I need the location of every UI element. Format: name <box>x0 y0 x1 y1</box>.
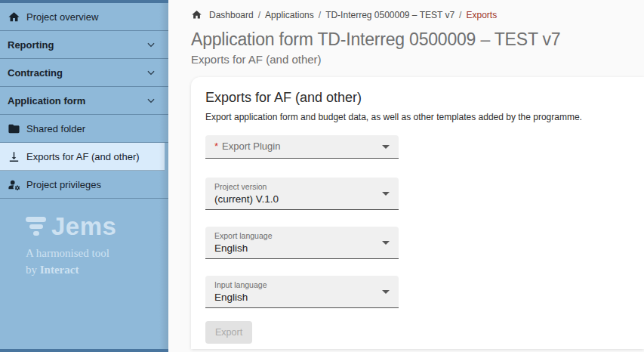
main-content: Dashboard / Applications / TD-Interreg 0… <box>168 0 644 352</box>
home-icon <box>8 11 20 23</box>
chevron-down-icon <box>146 95 156 106</box>
brand-tagline: A harmonised tool by Interact <box>26 245 168 279</box>
dropdown-caret-icon <box>382 192 390 196</box>
home-icon[interactable] <box>191 9 202 20</box>
download-icon <box>8 150 20 163</box>
required-asterisk: * <box>214 140 218 152</box>
select-label: Input language <box>214 280 390 290</box>
sidebar-top-edge <box>0 0 168 3</box>
select-value: (current) V.1.0 <box>214 193 390 205</box>
sidebar: Project overview Reporting Contracting A… <box>0 0 168 352</box>
select-label: Export Plugin <box>222 140 280 152</box>
sidebar-nav: Project overview Reporting Contracting A… <box>0 0 168 199</box>
sidebar-item-label: Contracting <box>8 67 146 79</box>
sidebar-item-project-overview[interactable]: Project overview <box>0 3 168 31</box>
sidebar-item-label: Exports for AF (and other) <box>26 151 157 162</box>
page-title: Application form TD-Interreg 0500009 – T… <box>191 29 644 51</box>
sidebar-item-label: Project overview <box>26 11 161 23</box>
export-plugin-select[interactable]: * Export Plugin <box>205 135 399 159</box>
manage-accounts-icon <box>8 178 20 191</box>
select-label: Project version <box>214 182 390 192</box>
sidebar-item-shared-folder[interactable]: Shared folder <box>0 115 168 143</box>
sidebar-item-label: Reporting <box>8 39 146 51</box>
export-button[interactable]: Export <box>205 321 252 344</box>
breadcrumb-exports[interactable]: Exports <box>466 10 497 20</box>
sidebar-item-reporting[interactable]: Reporting <box>0 31 168 59</box>
jems-logo: Jems A harmonised tool by Interact <box>0 214 168 279</box>
sidebar-item-application-form[interactable]: Application form <box>0 87 168 115</box>
select-value: English <box>214 292 390 303</box>
export-language-select[interactable]: Export language English <box>205 227 399 259</box>
page-subtitle: Exports for AF (and other) <box>191 53 644 66</box>
dropdown-caret-icon <box>382 290 390 294</box>
dropdown-caret-icon <box>382 145 390 149</box>
sidebar-item-project-privileges[interactable]: Project privileges <box>0 171 168 199</box>
sidebar-item-label: Shared folder <box>26 123 161 134</box>
card-description: Export application form and budget data,… <box>205 112 626 122</box>
project-version-select[interactable]: Project version (current) V.1.0 <box>205 178 399 210</box>
chevron-down-icon <box>146 39 156 50</box>
breadcrumb: Dashboard / Applications / TD-Interreg 0… <box>191 8 644 21</box>
breadcrumb-separator: / <box>258 10 260 20</box>
exports-card: Exports for AF (and other) Export applic… <box>191 77 644 349</box>
brand-name: Jems <box>51 214 116 239</box>
sidebar-item-label: Application form <box>8 95 146 107</box>
breadcrumb-project[interactable]: TD-Interreg 0500009 – TEST v7 <box>325 10 454 20</box>
select-value: English <box>214 242 390 254</box>
folder-icon <box>8 122 20 135</box>
jems-logo-icon <box>26 217 46 236</box>
app-root: Project overview Reporting Contracting A… <box>0 0 644 352</box>
sidebar-item-label: Project privileges <box>26 179 161 190</box>
select-label: Export language <box>214 231 390 241</box>
sidebar-item-exports-for-af[interactable]: Exports for AF (and other) <box>0 143 165 171</box>
breadcrumb-dashboard[interactable]: Dashboard <box>209 10 254 20</box>
dropdown-caret-icon <box>382 241 390 245</box>
card-heading: Exports for AF (and other) <box>205 90 626 106</box>
breadcrumb-applications[interactable]: Applications <box>265 10 314 20</box>
chevron-down-icon <box>146 67 156 78</box>
breadcrumb-separator: / <box>319 10 321 20</box>
sidebar-bottom-edge <box>0 349 168 352</box>
input-language-select[interactable]: Input language English <box>205 276 399 308</box>
sidebar-item-contracting[interactable]: Contracting <box>0 59 168 87</box>
breadcrumb-separator: / <box>459 10 461 20</box>
